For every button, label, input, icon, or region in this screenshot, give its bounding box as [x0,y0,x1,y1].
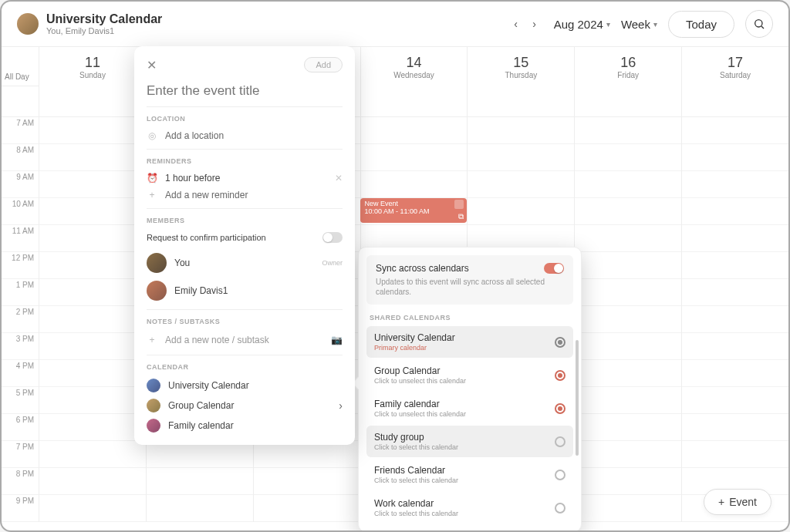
svg-line-1 [761,26,764,29]
shared-calendar-item[interactable]: Study groupClick to select this calendar [366,426,573,457]
calendar-row[interactable]: Family calendar [147,416,343,436]
remove-reminder-button[interactable]: ✕ [335,173,343,184]
prev-arrow[interactable]: ‹ [508,15,525,32]
reminder-row[interactable]: ⏰ 1 hour before ✕ [147,170,343,187]
hour-label: 9 AM [2,171,39,198]
hour-label: 8 PM [2,468,39,495]
radio-button[interactable] [555,403,565,414]
calendar-row[interactable]: University Calendar [147,375,343,396]
shared-calendar-item[interactable]: Friends CalendarClick to select this cal… [366,459,573,490]
close-button[interactable]: ✕ [147,58,157,72]
shared-calendars-popover: Sync across calendars Updates to this ev… [358,247,582,532]
shared-calendar-sub: Click to unselect this calendar [374,377,466,385]
hour-label: 8 AM [2,144,39,171]
grid-col[interactable] [574,117,681,522]
hour-label: 6 PM [2,414,39,441]
calendar-avatar [17,13,39,35]
sync-badge-icon: ⧉ [458,212,464,221]
month-picker[interactable]: Aug 2024 ▾ [554,18,610,31]
header: University Calendar You, Emily Davis1 ‹ … [2,2,788,46]
day-col-sun[interactable]: 11Sunday [39,47,146,86]
day-col-wed[interactable]: 14Wednesday [360,47,468,86]
shared-calendar-sub: Click to select this calendar [374,476,458,484]
notes-placeholder: Add a new note / subtask [165,335,323,345]
plus-icon: + [147,190,157,200]
scrollbar[interactable] [576,340,579,456]
chevron-down-icon: ▾ [653,20,657,29]
event-time: 10:00 AM - 11:00 AM [365,207,462,215]
add-button[interactable]: Add [304,57,343,72]
member-row[interactable]: Emily Davis1 [147,277,343,305]
section-calendar: CALENDAR [147,363,343,371]
chevron-down-icon: ▾ [606,20,610,29]
calendar-name: Family calendar [168,420,234,431]
radio-button[interactable] [555,337,565,348]
shared-calendar-name: Friends Calendar [374,465,458,476]
radio-button[interactable] [555,470,565,480]
shared-calendar-sub: Click to select this calendar [374,443,458,451]
calendar-color-dot [147,379,160,392]
confirm-participation-toggle[interactable] [322,232,343,243]
camera-icon[interactable]: 📷 [331,335,343,345]
allday-cell[interactable] [467,86,574,116]
day-col-thu[interactable]: 15Thursday [467,47,574,86]
allday-cell[interactable] [39,86,146,116]
event-create-popover: ✕ Add LOCATION ◎ Add a location REMINDER… [134,46,355,445]
calendar-title: University Calendar [46,12,508,26]
allday-cell[interactable] [360,86,468,116]
plus-icon: + [718,496,724,508]
view-picker[interactable]: Week ▾ [621,18,657,31]
calendar-name: Group Calendar [168,400,331,411]
shared-calendar-name: Work calendar [374,498,458,509]
sync-title: Sync across calendars [376,263,469,274]
hour-label: 4 PM [2,360,39,387]
next-arrow[interactable]: › [526,15,543,32]
search-icon [753,18,765,30]
member-badge-icon [454,200,464,209]
shared-calendar-name: Group Calendar [374,365,466,376]
section-location: LOCATION [147,115,343,123]
grid-col[interactable] [681,117,788,522]
month-label: Aug 2024 [554,18,603,31]
shared-calendar-item[interactable]: Group CalendarClick to unselect this cal… [366,359,573,391]
add-reminder-row[interactable]: + Add a new reminder [147,187,343,204]
calendar-name: University Calendar [168,380,249,391]
sync-toggle[interactable] [544,263,564,274]
sync-box: Sync across calendars Updates to this ev… [366,255,573,305]
svg-point-0 [755,20,762,27]
today-button[interactable]: Today [668,11,734,38]
location-icon: ◎ [147,130,157,141]
shared-calendar-sub: Click to unselect this calendar [374,410,466,418]
event-title: New Event [365,200,462,207]
day-col-sat[interactable]: 17Saturday [681,47,788,86]
location-row[interactable]: ◎ Add a location [147,127,343,144]
calendar-row-expandable[interactable]: Group Calendar › [147,396,343,416]
shared-calendar-item[interactable]: Family calendarClick to unselect this ca… [366,392,573,424]
radio-button[interactable] [555,436,565,447]
avatar [147,253,167,273]
day-col-fri[interactable]: 16Friday [574,47,681,86]
hour-label: 9 PM [2,495,39,522]
member-role: Owner [322,259,343,267]
add-reminder-label: Add a new reminder [165,190,343,200]
calendar-members-summary: You, Emily Davis1 [46,26,508,35]
new-event-button[interactable]: + Event [704,489,771,515]
grid-col[interactable] [39,117,146,522]
allday-cell[interactable] [681,86,788,116]
member-row[interactable]: You Owner [147,249,343,277]
radio-button[interactable] [555,370,565,381]
shared-calendar-sub: Primary calendar [374,344,455,352]
add-note-row[interactable]: + Add a new note / subtask 📷 [147,330,343,350]
allday-row [2,86,788,117]
hour-label: 1 PM [2,279,39,306]
allday-cell[interactable] [574,86,681,116]
event-title-input[interactable] [147,80,343,107]
event-block[interactable]: New Event 10:00 AM - 11:00 AM ⧉ [360,198,467,223]
hour-label: 10 AM [2,198,39,225]
search-button[interactable] [745,10,773,38]
radio-button[interactable] [555,503,565,513]
shared-calendar-item[interactable]: University CalendarPrimary calendar [366,326,573,358]
day-header-row: All Day 11Sunday 12Monday 13Tuesday 14We… [2,46,788,86]
shared-calendar-name: University Calendar [374,332,455,343]
shared-calendar-item[interactable]: Work calendarClick to select this calend… [366,492,573,524]
